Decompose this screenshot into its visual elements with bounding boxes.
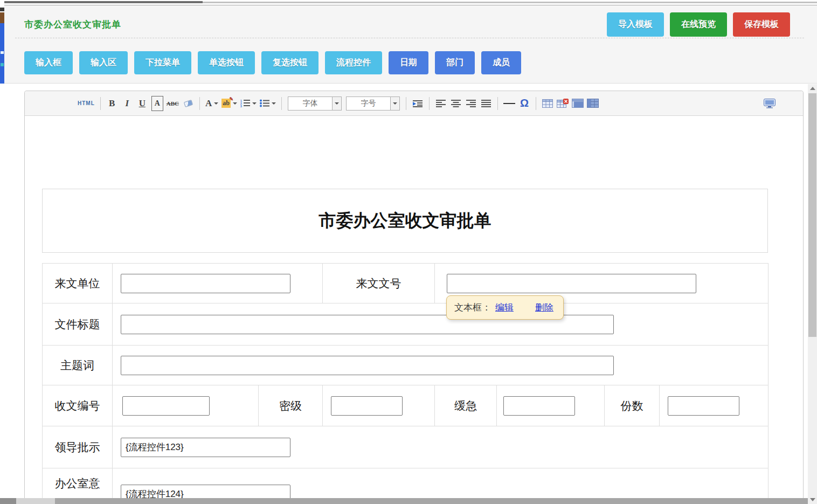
cell-receipt-number (113, 385, 259, 426)
text-color-icon: A (205, 98, 212, 109)
align-right-button[interactable] (465, 96, 477, 111)
label-sending-unit: 来文单位 (43, 264, 113, 303)
cell-properties-button[interactable] (572, 96, 584, 111)
widget-button-checkbox[interactable]: 复选按钮 (261, 51, 319, 74)
underline-button[interactable]: U (136, 96, 148, 111)
save-template-button[interactable]: 保存模板 (733, 12, 790, 37)
widget-button-input-area[interactable]: 输入区 (79, 51, 128, 74)
left-edge-fragment (0, 12, 4, 23)
cell-subject-words (113, 346, 768, 385)
header-panel: 市委办公室收文审批单 导入模板 在线预览 保存模板 输入框 输入区 下拉菜单 单… (4, 5, 817, 84)
align-left-icon (436, 100, 446, 107)
input-subject-words[interactable] (121, 356, 614, 375)
input-document-number[interactable] (447, 274, 696, 293)
align-right-icon (466, 100, 476, 107)
cell-security-level (323, 385, 435, 426)
label-urgency: 缓急 (435, 385, 497, 426)
bottom-window-edge (0, 498, 817, 504)
insert-table-button[interactable] (542, 96, 553, 111)
widget-tooltip: 文本框： 编辑 删除 (446, 295, 564, 320)
left-edge-glyph (1, 63, 4, 66)
tooltip-label: 文本框： (454, 301, 491, 314)
input-urgency[interactable] (503, 396, 575, 416)
font-family-select[interactable]: 字体 (288, 96, 342, 111)
cell-copies (660, 385, 768, 426)
widget-button-radio[interactable]: 单选按钮 (198, 51, 255, 74)
form-title-box[interactable]: 市委办公室收文审批单 (42, 189, 768, 253)
editor-toolbar: HTML B I U A ABC A ab✎ 1 2 3 (25, 91, 803, 116)
font-family-dropdown-arrow[interactable] (332, 97, 341, 110)
font-frame-button[interactable]: A (151, 96, 163, 111)
dotted-separator (15, 38, 804, 38)
scroll-up-button[interactable] (808, 84, 817, 93)
label-document-title: 文件标题 (43, 303, 113, 346)
source-html-button[interactable]: HTML (78, 96, 95, 111)
toolbar-separator (281, 97, 282, 110)
left-window-edge (0, 5, 4, 84)
ordered-list-button[interactable]: 1 2 3 (240, 96, 257, 111)
input-copies[interactable] (668, 396, 739, 416)
table-properties-button[interactable] (587, 96, 599, 111)
widget-button-date[interactable]: 日期 (389, 51, 428, 74)
highlight-icon: ab✎ (221, 99, 231, 108)
align-left-button[interactable] (435, 96, 447, 111)
text-color-button[interactable]: A (205, 96, 218, 111)
cell-properties-icon (572, 99, 584, 108)
eraser-button[interactable] (182, 96, 194, 111)
font-size-value: 字号 (347, 99, 390, 108)
highlight-color-button[interactable]: ab✎ (221, 96, 237, 111)
toolbar-separator (199, 97, 200, 110)
indent-button[interactable] (412, 96, 424, 111)
strikethrough-button[interactable]: ABC (167, 96, 179, 111)
online-preview-button[interactable]: 在线预览 (670, 12, 727, 37)
font-family-value: 字体 (288, 99, 332, 108)
cell-sending-unit (113, 264, 323, 303)
cell-urgency (497, 385, 605, 426)
align-justify-icon (481, 100, 491, 107)
left-edge-glyph (1, 51, 4, 54)
widget-button-input-box[interactable]: 输入框 (24, 51, 73, 74)
scrollbar-thumb[interactable] (808, 93, 816, 337)
bottom-edge-fragment (0, 498, 16, 504)
italic-button[interactable]: I (121, 96, 133, 111)
import-template-button[interactable]: 导入模板 (607, 12, 664, 37)
ordered-list-icon: 1 2 3 (240, 99, 250, 107)
bold-button[interactable]: B (106, 96, 118, 111)
cell-document-title (113, 303, 768, 346)
widget-button-department[interactable]: 部门 (435, 51, 475, 74)
tooltip-delete-link[interactable]: 删除 (535, 301, 553, 314)
widget-toolbox: 输入框 输入区 下拉菜单 单选按钮 复选按钮 流程控件 日期 部门 成员 (24, 51, 521, 74)
unordered-list-button[interactable] (260, 96, 276, 111)
fullscreen-button[interactable] (764, 96, 776, 111)
left-edge-fragment (0, 8, 4, 11)
horizontal-rule-icon (503, 103, 515, 104)
input-leader-instructions[interactable]: {流程控件123} (121, 438, 290, 457)
vertical-scrollbar[interactable] (808, 84, 817, 504)
table-row: 领导批示 {流程控件123} (43, 426, 768, 468)
font-size-dropdown-arrow[interactable] (390, 97, 399, 110)
bottom-edge-fragment (16, 498, 55, 504)
delete-table-button[interactable] (557, 96, 569, 111)
align-center-icon (451, 100, 461, 107)
special-character-button[interactable]: Ω (518, 96, 530, 111)
indent-icon (413, 100, 423, 107)
widget-button-flow-control[interactable]: 流程控件 (325, 51, 382, 74)
input-receipt-number[interactable] (122, 396, 210, 416)
horizontal-rule-button[interactable] (503, 96, 515, 111)
font-size-select[interactable]: 字号 (346, 96, 400, 111)
input-sending-unit[interactable] (121, 274, 290, 293)
align-center-button[interactable] (450, 96, 462, 111)
align-justify-button[interactable] (480, 96, 492, 111)
page-title: 市委办公室收文审批单 (24, 18, 121, 31)
tooltip-edit-link[interactable]: 编辑 (495, 301, 514, 314)
top-edge-light-line (203, 2, 817, 3)
rich-text-editor: HTML B I U A ABC A ab✎ 1 2 3 (24, 91, 804, 504)
toolbar-separator (429, 97, 430, 110)
widget-button-member[interactable]: 成员 (481, 51, 521, 74)
widget-button-dropdown[interactable]: 下拉菜单 (134, 51, 191, 74)
label-security-level: 密级 (259, 385, 323, 426)
scroll-down-button[interactable] (808, 495, 817, 504)
input-security-level[interactable] (331, 396, 403, 416)
chevron-down-icon (272, 102, 276, 105)
arrow-up-icon (810, 87, 815, 90)
